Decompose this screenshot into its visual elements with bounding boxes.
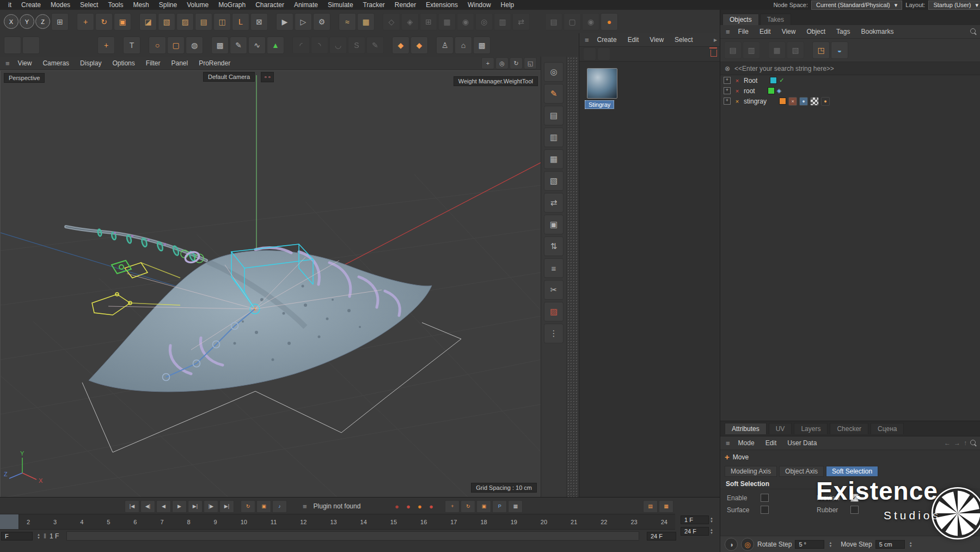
frame-tick[interactable]: 22: [601, 519, 607, 525]
dots-grid-icon[interactable]: ⋮: [544, 324, 564, 343]
z-axis-lock-button[interactable]: Z: [35, 14, 50, 29]
enabled-check-icon[interactable]: ✓: [779, 77, 784, 84]
circle-spline-icon[interactable]: ○: [149, 37, 166, 54]
materials-menu-item[interactable]: Create: [592, 36, 622, 44]
mirror-icon[interactable]: ⇄: [512, 13, 530, 31]
frame-tick[interactable]: 16: [420, 519, 427, 525]
stepper-arrows[interactable]: ▲▼: [710, 517, 713, 523]
frame-tick[interactable]: 7: [160, 519, 163, 525]
menubar-item[interactable]: Spline: [154, 1, 182, 9]
current-frame-marker[interactable]: [0, 514, 19, 529]
viewport-menu-item[interactable]: View: [13, 59, 37, 67]
range-handle-icon[interactable]: ‖: [44, 532, 46, 540]
path-bar-icon[interactable]: ▤: [724, 41, 742, 59]
object-name[interactable]: root: [744, 87, 755, 95]
expand-icon[interactable]: +: [724, 98, 731, 105]
guide-icon[interactable]: ◉: [457, 13, 474, 31]
cube-commands-icon[interactable]: ▦: [544, 149, 564, 169]
clear-search-icon[interactable]: ⊗: [725, 65, 730, 72]
cube-commands-icon[interactable]: ▥: [544, 128, 564, 147]
record-keyframe-button[interactable]: ▣: [256, 500, 271, 513]
menubar-item[interactable]: Help: [496, 1, 519, 9]
menubar-item[interactable]: Simulate: [323, 1, 358, 9]
layer-color-swatch[interactable]: [768, 87, 775, 94]
stepper-arrows[interactable]: ▲▼: [829, 541, 832, 548]
x-axis-lock-button[interactable]: X: [4, 14, 19, 29]
scene-nodes-icon[interactable]: ◳: [812, 41, 830, 59]
menubar-item[interactable]: MoGraph: [213, 1, 250, 9]
cone-field-icon[interactable]: ▲: [267, 37, 284, 54]
camera-film-icon[interactable]: ▤: [545, 13, 562, 31]
objects-menu-item[interactable]: Edit: [755, 28, 776, 35]
material-sort-icon[interactable]: [597, 47, 610, 60]
sphere-wire-icon[interactable]: ◍: [186, 37, 203, 54]
render-view-icon[interactable]: ▶: [276, 13, 293, 31]
viewport-menu-item[interactable]: Options: [107, 59, 139, 67]
menubar-item[interactable]: Create: [16, 1, 46, 9]
attributes-tab[interactable]: Layers: [794, 423, 828, 434]
frame-unit-field[interactable]: F: [1, 532, 33, 541]
array-icon[interactable]: ▥: [494, 13, 511, 31]
object-name[interactable]: stingray: [744, 98, 767, 105]
frame-tick[interactable]: 15: [390, 519, 397, 525]
viewport-menu-item[interactable]: Cameras: [38, 59, 74, 67]
object-row-root2[interactable]: + × root ◈: [720, 86, 980, 96]
home-icon[interactable]: ⌂: [455, 37, 472, 54]
weights-checker-icon[interactable]: ▩: [473, 37, 491, 54]
pan-view-icon[interactable]: +: [481, 57, 494, 69]
frame-tick[interactable]: 8: [187, 519, 190, 525]
frame-tick[interactable]: 3: [53, 519, 57, 525]
frame-tick[interactable]: 5: [107, 519, 110, 525]
record-position-button[interactable]: ●: [392, 502, 401, 511]
end-frame-field[interactable]: 24 F: [647, 532, 676, 541]
objects-menu-item[interactable]: Object: [801, 28, 830, 35]
mirror-tool-icon[interactable]: ⇄: [544, 193, 564, 213]
menubar-item[interactable]: Animate: [289, 1, 323, 9]
frame-tick[interactable]: 24: [661, 519, 667, 525]
menubar-item[interactable]: Window: [463, 1, 496, 9]
view-settings-icon[interactable]: ◉: [582, 13, 599, 31]
axis-tab[interactable]: Modeling Axis: [725, 466, 777, 477]
range-start-field[interactable]: 1 F: [681, 515, 709, 524]
next-frame-button[interactable]: ▶|: [188, 500, 203, 513]
record-scale-icon[interactable]: ▣: [476, 500, 491, 513]
camera-pivot-icon[interactable]: ∘∘: [261, 72, 274, 82]
menubar-item[interactable]: Modes: [46, 1, 75, 9]
axis-modification-icon[interactable]: L: [232, 13, 249, 31]
move-step-field[interactable]: 5 cm: [875, 540, 905, 549]
up-arrow-icon[interactable]: ↑: [964, 439, 969, 447]
asset-browser-icon[interactable]: ◒: [831, 41, 848, 59]
arrange-tool-icon[interactable]: ▣: [544, 215, 564, 234]
checkbox[interactable]: [850, 506, 859, 514]
viewport-menu-item[interactable]: ProRender: [194, 59, 235, 67]
snap-toggle-icon[interactable]: ◇: [383, 13, 400, 31]
attributes-menu-item[interactable]: Mode: [733, 439, 759, 447]
panel-tab[interactable]: Takes: [760, 14, 791, 25]
make-editable-icon[interactable]: ◪: [139, 13, 157, 31]
menubar-item[interactable]: Mesh: [128, 1, 154, 9]
frame-ruler[interactable]: 23456789101112131415161718192021222324: [0, 514, 675, 530]
cube-commands-icon[interactable]: ▧: [544, 171, 564, 191]
back-arrow-icon[interactable]: ←: [944, 439, 951, 447]
sound-toggle-button[interactable]: ♪: [272, 500, 287, 513]
attributes-menu-item[interactable]: User Data: [782, 439, 822, 447]
material-ball-icon[interactable]: ●: [601, 13, 618, 31]
arc-tool-icon[interactable]: ◡: [329, 37, 347, 54]
sliders-panel-icon[interactable]: ≡: [544, 258, 564, 278]
record-rotate-icon[interactable]: ↻: [461, 500, 475, 513]
grid-snap-icon[interactable]: ▦: [438, 13, 456, 31]
frame-tick[interactable]: 20: [541, 519, 547, 525]
magnify-icon[interactable]: ◎: [544, 62, 564, 82]
weight-tag-icon[interactable]: ×: [788, 97, 797, 106]
frame-tick[interactable]: 11: [271, 519, 277, 525]
materials-menu-item[interactable]: Select: [670, 36, 697, 44]
expand-timeline-icon[interactable]: ▦: [659, 500, 673, 513]
stepper-arrows[interactable]: ▲▼: [37, 533, 40, 539]
object-row-stingray[interactable]: + × stingray × ● ●: [720, 96, 980, 106]
material-filter-icon[interactable]: [583, 47, 596, 60]
frame-tick[interactable]: 2: [27, 519, 30, 525]
frame-tick[interactable]: 17: [450, 519, 457, 525]
expand-icon[interactable]: +: [724, 77, 731, 84]
phong-tag-icon[interactable]: ●: [821, 97, 830, 106]
axis-tab[interactable]: Soft Selection: [826, 466, 878, 477]
